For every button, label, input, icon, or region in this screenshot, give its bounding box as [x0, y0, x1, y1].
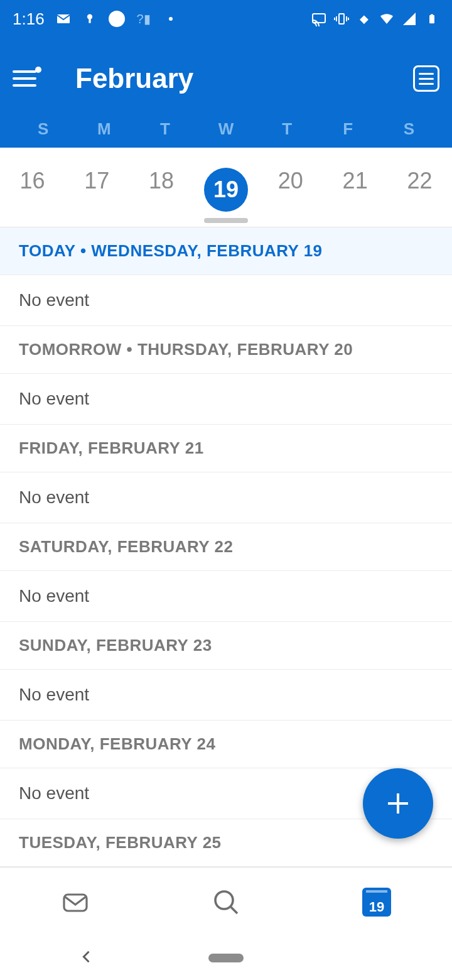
battery-icon [424, 11, 439, 26]
calendar-day-number: 19 [369, 899, 384, 915]
agenda-section-header: SUNDAY, FEBRUARY 23 [0, 622, 452, 670]
bottom-nav: 19 [0, 867, 452, 936]
app-header: February SMTWTFS [0, 38, 452, 148]
agenda-event-row[interactable]: No event [0, 670, 452, 721]
weekday-label: M [73, 119, 134, 139]
circle-icon [109, 11, 125, 27]
weekday-label: S [13, 119, 73, 139]
menu-button[interactable] [13, 70, 44, 87]
day-cell[interactable]: 18 [129, 159, 194, 220]
svg-line-15 [231, 907, 237, 913]
day-number: 18 [149, 168, 174, 193]
day-cell[interactable]: 21 [323, 159, 387, 220]
svg-rect-13 [64, 895, 87, 911]
svg-rect-9 [429, 15, 434, 23]
day-cell[interactable]: 22 [387, 159, 452, 220]
vibrate-icon [334, 11, 349, 26]
status-time: 1:16 [13, 9, 45, 29]
agenda-section-header: FRIDAY, FEBRUARY 21 [0, 425, 452, 472]
wifi-icon [379, 11, 394, 26]
day-cell[interactable]: 16 [0, 159, 65, 220]
signal-question-icon: ?▮ [136, 11, 151, 26]
nav-calendar[interactable]: 19 [358, 883, 396, 921]
svg-rect-10 [431, 14, 433, 16]
weekday-label: S [379, 119, 439, 139]
day-number: 21 [343, 168, 368, 193]
day-cell[interactable]: 19 [194, 159, 259, 220]
mail-icon [56, 11, 71, 26]
week-strip[interactable]: 16171819202122 [0, 148, 452, 227]
svg-rect-3 [313, 14, 325, 23]
agenda-section-header: MONDAY, FEBRUARY 24 [0, 721, 452, 768]
weekday-label: T [134, 119, 195, 139]
calendar-icon: 19 [362, 888, 391, 917]
day-number: 17 [84, 168, 109, 193]
day-cell[interactable]: 17 [65, 159, 129, 220]
dot-icon [169, 17, 173, 21]
day-cell[interactable]: 20 [258, 159, 323, 220]
month-title[interactable]: February [75, 63, 193, 94]
svg-point-14 [215, 891, 233, 909]
agenda-event-row[interactable]: No event [0, 374, 452, 425]
add-event-button[interactable] [363, 768, 433, 839]
agenda-event-row[interactable]: No event [0, 571, 452, 622]
day-number: 19 [204, 168, 248, 212]
agenda-section-header: SATURDAY, FEBRUARY 22 [0, 523, 452, 571]
status-bar: 1:16 ?▮ ◆ [0, 0, 452, 38]
lock-icon [82, 11, 97, 26]
nav-mail[interactable] [56, 883, 94, 921]
home-pill[interactable] [208, 954, 244, 962]
weekday-label: F [318, 119, 379, 139]
agenda-section-header: TOMORROW • THURSDAY, FEBRUARY 20 [0, 326, 452, 374]
cast-icon [311, 11, 326, 26]
weekday-label: W [195, 119, 256, 139]
data-icon: ◆ [357, 11, 372, 26]
day-number: 22 [407, 168, 432, 193]
agenda-event-row[interactable]: No event [0, 472, 452, 523]
day-number: 20 [278, 168, 303, 193]
weekday-row: SMTWTFS [13, 101, 439, 148]
back-button[interactable] [78, 948, 95, 968]
agenda-event-row[interactable]: No event [0, 275, 452, 326]
system-nav [0, 936, 452, 980]
agenda-section-header: TODAY • WEDNESDAY, FEBRUARY 19 [0, 227, 452, 275]
view-toggle-button[interactable] [413, 65, 439, 92]
weekday-label: T [257, 119, 318, 139]
notification-dot-icon [35, 67, 41, 73]
svg-rect-4 [339, 14, 344, 24]
day-number: 16 [19, 168, 45, 193]
drag-handle[interactable] [204, 218, 248, 223]
nav-search[interactable] [207, 883, 245, 921]
svg-rect-2 [89, 18, 90, 23]
cell-signal-icon [402, 11, 417, 26]
